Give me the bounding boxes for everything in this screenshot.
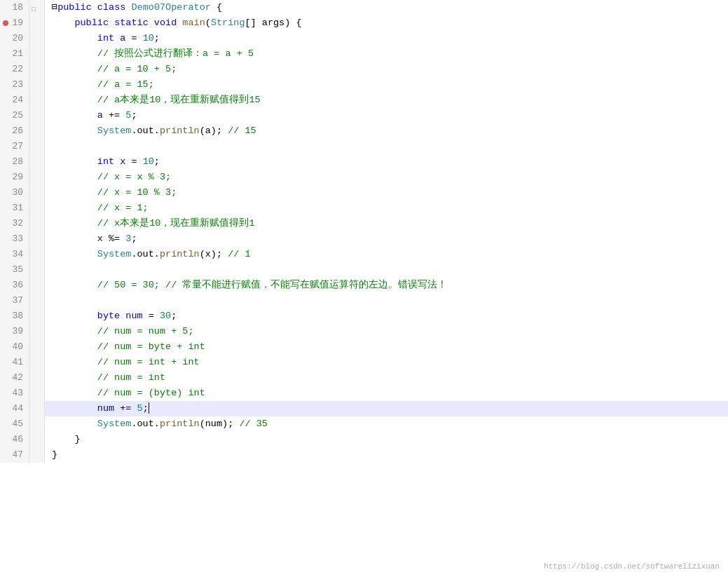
token-comment: // num = int: [52, 372, 165, 383]
line-number: 20: [0, 31, 29, 46]
token-number: 5: [137, 403, 143, 414]
code-line: 19 public static void main(String[] args…: [0, 15, 728, 31]
gutter: [29, 31, 45, 46]
gutter: [29, 278, 45, 293]
token-number: 10: [143, 33, 154, 43]
watermark: https://blog.csdn.net/softwarelizixuan: [544, 560, 720, 571]
token-comment: // 35: [239, 419, 268, 429]
code-line: 28 int x = 10;: [0, 154, 728, 170]
token-plain: =: [125, 33, 142, 43]
gutter: [29, 324, 45, 339]
line-number: 19: [0, 15, 29, 31]
token-plain: (: [205, 18, 211, 28]
line-number: 47: [0, 447, 29, 463]
code-content: // x = 1;: [45, 201, 728, 216]
gutter: [29, 401, 45, 416]
line-number: 30: [0, 185, 29, 201]
line-number: 37: [0, 293, 29, 308]
code-line: 29 // x = x % 3;: [0, 170, 728, 185]
code-line: 39 // num = num + 5;: [0, 324, 728, 339]
token-plain: [52, 33, 97, 43]
token-plain: {: [211, 2, 222, 13]
line-number: 36: [0, 278, 29, 293]
token-method: println: [160, 125, 200, 136]
token-plain: ;: [143, 403, 149, 414]
gutter: [29, 77, 45, 93]
line-number: 45: [0, 416, 29, 432]
gutter: [29, 46, 45, 62]
code-content: System.out.println(num); // 35: [45, 416, 728, 432]
token-plain: ;: [131, 110, 137, 121]
line-number: 35: [0, 262, 29, 278]
gutter: [29, 123, 45, 139]
code-line: 46 }: [0, 432, 728, 447]
token-plain: (num);: [200, 419, 240, 429]
code-content: // num = int + int: [45, 355, 728, 370]
token-plain: (x);: [200, 249, 228, 259]
code-content: System.out.println(x); // 1: [45, 247, 728, 262]
code-line: 25 a += 5;: [0, 108, 728, 123]
code-content: [45, 262, 728, 278]
gutter: [29, 154, 45, 170]
code-content: // num = int: [45, 370, 728, 386]
code-editor: 18⊟public class Demo07Operator {19 publi…: [0, 0, 728, 577]
token-number: 10: [143, 156, 154, 167]
token-cn: String: [211, 18, 245, 28]
line-number: 39: [0, 324, 29, 339]
token-comment: // a = 10 + 5;: [52, 64, 177, 74]
gutter: [29, 93, 45, 108]
line-number: 27: [0, 139, 29, 154]
token-plain: [52, 311, 97, 321]
code-line: 35: [0, 262, 728, 278]
gutter: [29, 62, 45, 77]
token-comment: // x = 10 % 3;: [52, 187, 177, 198]
line-number: 23: [0, 77, 29, 93]
token-plain: [52, 403, 97, 414]
token-sys: System: [97, 125, 132, 136]
token-kw: int: [97, 156, 114, 167]
code-content: // x本来是10，现在重新赋值得到1: [45, 216, 728, 231]
gutter: [29, 231, 45, 247]
line-number: 43: [0, 386, 29, 401]
token-kw: public: [57, 2, 92, 13]
token-plain: [149, 18, 154, 28]
token-comment: // x = x % 3;: [52, 172, 171, 182]
gutter: [29, 201, 45, 216]
token-method: println: [160, 249, 200, 259]
line-number: 29: [0, 170, 29, 185]
code-line: 41 // num = int + int: [0, 355, 728, 370]
line-number: 21: [0, 46, 29, 62]
text-cursor: [149, 402, 149, 414]
gutter: [29, 216, 45, 231]
token-kw: int: [97, 33, 114, 43]
token-param: x: [97, 233, 103, 244]
token-plain: [52, 249, 97, 259]
token-comment: // 15: [228, 125, 256, 136]
token-plain: [52, 233, 97, 244]
gutter: [29, 416, 45, 432]
token-plain: .out.: [131, 249, 160, 259]
code-content: // 50 = 30; // 常量不能进行赋值，不能写在赋值运算符的左边。错误写…: [45, 278, 728, 293]
gutter: [29, 247, 45, 262]
code-content: // a = 10 + 5;: [45, 62, 728, 77]
token-kw: class: [97, 2, 126, 13]
code-content: num += 5;: [45, 401, 728, 416]
line-number: 22: [0, 62, 29, 77]
token-comment: // num = byte + int: [52, 341, 205, 352]
code-line: 32 // x本来是10，现在重新赋值得到1: [0, 216, 728, 231]
code-content: // x = 10 % 3;: [45, 185, 728, 201]
token-sys: System: [97, 249, 132, 259]
line-number: 26: [0, 123, 29, 139]
gutter: [29, 447, 45, 463]
line-number: 42: [0, 370, 29, 386]
code-content: int a = 10;: [45, 31, 728, 46]
token-comment: // num = int + int: [52, 357, 200, 367]
token-param: num: [125, 311, 142, 321]
code-content: System.out.println(a); // 15: [45, 123, 728, 139]
token-plain: ⊟: [52, 2, 57, 13]
code-line: 18⊟public class Demo07Operator {: [0, 0, 728, 15]
code-content: }: [45, 432, 728, 447]
token-plain: [52, 156, 97, 167]
token-sys: System: [97, 419, 132, 429]
token-plain: ;: [171, 311, 177, 321]
